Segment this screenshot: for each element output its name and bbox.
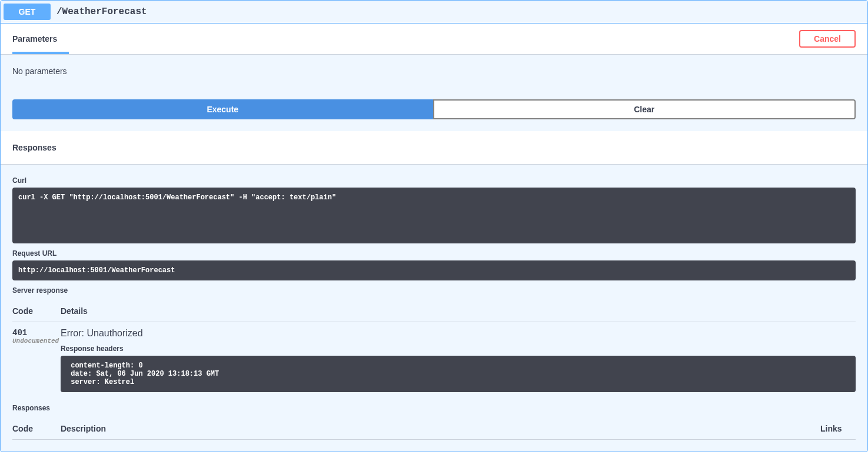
execute-button[interactable]: Execute (12, 99, 433, 119)
request-url-value: http://localhost:5001/WeatherForecast (12, 260, 856, 280)
documented-responses-table: Code Description Links (12, 418, 856, 440)
operation-body: Parameters Cancel No parameters Execute … (1, 24, 867, 452)
curl-label: Curl (12, 176, 856, 185)
response-details-cell: Error: Unauthorized Response headers con… (61, 328, 856, 392)
request-url-label: Request URL (12, 249, 856, 258)
column-description: Description (61, 424, 820, 433)
tab-parameters[interactable]: Parameters (12, 28, 57, 49)
responses-inner: Curl curl -X GET "http://localhost:5001/… (1, 164, 867, 452)
cancel-button[interactable]: Cancel (799, 30, 856, 48)
column-details: Details (61, 306, 856, 316)
execute-wrapper: Execute Clear (1, 88, 867, 131)
undocumented-label: Undocumented (12, 337, 61, 345)
operation-path: /WeatherForecast (51, 6, 147, 17)
response-headers-label: Response headers (61, 345, 856, 353)
error-message: Error: Unauthorized (61, 328, 856, 339)
column-code: Code (12, 306, 61, 316)
http-method-badge: GET (4, 4, 51, 20)
table-row: 401 Undocumented Error: Unauthorized Res… (12, 322, 856, 398)
clear-button[interactable]: Clear (433, 99, 856, 119)
table-header-row: Code Description Links (12, 418, 856, 440)
table-header-row: Code Details (12, 300, 856, 322)
responses-heading: Responses (1, 131, 867, 164)
column-links: Links (820, 424, 856, 433)
status-code: 401 (12, 328, 61, 337)
operation-summary[interactable]: GET /WeatherForecast (1, 1, 867, 24)
parameters-tab-header: Parameters Cancel (1, 24, 867, 54)
response-headers-block: content-length: 0 date: Sat, 06 Jun 2020… (61, 356, 856, 392)
curl-command: curl -X GET "http://localhost:5001/Weath… (12, 188, 856, 243)
parameters-section: No parameters (1, 54, 867, 88)
server-response-table: Code Details 401 Undocumented Error: Una… (12, 300, 856, 398)
operation-block: GET /WeatherForecast Parameters Cancel N… (0, 0, 868, 452)
no-parameters-text: No parameters (12, 66, 856, 76)
server-response-label: Server response (12, 286, 856, 295)
responses-heading-text: Responses (12, 143, 856, 152)
column-code: Code (12, 424, 61, 433)
responses-sub-label: Responses (12, 404, 856, 412)
response-code-cell: 401 Undocumented (12, 328, 61, 392)
